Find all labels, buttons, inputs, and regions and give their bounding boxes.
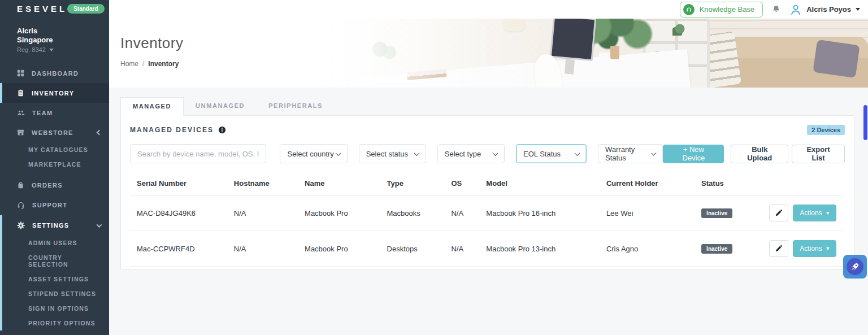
- clipboard-icon: [17, 89, 24, 97]
- store-icon: [17, 129, 24, 136]
- inventory-tabs: MANAGED UNMANAGED PERIPHERALS: [120, 97, 868, 115]
- sidebar-item-settings[interactable]: SETTINGS: [2, 215, 109, 236]
- device-count-badge: 2 Devices: [807, 125, 845, 135]
- search-input[interactable]: [130, 144, 266, 163]
- cell-hostname: N/A: [229, 195, 300, 231]
- pencil-icon: [775, 245, 783, 253]
- cell-type: Desktops: [383, 231, 447, 267]
- chevron-down-icon: [575, 150, 580, 156]
- cell-model: Macbook Pro 13-inch: [481, 231, 602, 267]
- sidebar: ESEVEL Standard Alcris Singapore Reg. 83…: [0, 0, 109, 335]
- warranty-status-dropdown[interactable]: Warranty Status: [598, 144, 663, 163]
- new-device-button[interactable]: + New Device: [663, 145, 724, 163]
- col-model: Model: [481, 171, 602, 195]
- tab-unmanaged[interactable]: UNMANAGED: [184, 97, 257, 115]
- sidebar-item-label: TEAM: [32, 110, 53, 116]
- col-os: OS: [446, 171, 481, 195]
- app-logo: ESEVEL: [17, 4, 67, 14]
- chevron-down-icon: [97, 222, 102, 228]
- select-country-dropdown[interactable]: Select country: [280, 144, 347, 163]
- cell-name: Macbook Pro: [300, 195, 382, 231]
- sidebar-item-country-selection[interactable]: COUNTRY SELECTION: [2, 250, 109, 272]
- col-type: Type: [383, 171, 447, 195]
- chevron-down-icon: [493, 150, 498, 156]
- chevron-down-icon: [826, 212, 830, 215]
- cell-serial: MAC-D84JG49K6: [130, 195, 229, 231]
- sidebar-item-asset-settings[interactable]: ASSET SETTINGS: [2, 272, 109, 286]
- actions-dropdown-button[interactable]: Actions: [793, 205, 836, 221]
- eol-status-dropdown[interactable]: EOL Status: [516, 144, 587, 163]
- table-row: MAC-D84JG49K6 N/A Macbook Pro Macbooks N…: [130, 195, 845, 231]
- sidebar-item-orders[interactable]: ORDERS: [0, 175, 109, 195]
- table-header-row: Serial Number Hostname Name Type OS Mode…: [130, 171, 845, 195]
- col-name: Name: [300, 171, 382, 195]
- avatar: [789, 3, 802, 16]
- sidebar-item-inventory[interactable]: INVENTORY: [0, 83, 109, 103]
- sidebar-item-label: SETTINGS: [32, 222, 69, 229]
- user-menu[interactable]: Alcris Poyos: [789, 3, 860, 16]
- sidebar-item-support[interactable]: SUPPORT: [0, 195, 109, 215]
- col-actions: [765, 171, 845, 195]
- sidebar-item-marketplace[interactable]: MARKETPLACE: [0, 157, 109, 172]
- dashboard-grid-icon: [17, 69, 24, 77]
- actions-dropdown-button[interactable]: Actions: [793, 240, 836, 257]
- info-icon[interactable]: [218, 126, 226, 134]
- sidebar-item-admin-users[interactable]: ADMIN USERS: [2, 236, 109, 250]
- tab-peripherals[interactable]: PERIPHERALS: [257, 97, 335, 115]
- sidebar-item-priority-options[interactable]: PRIORITY OPTIONS: [2, 316, 109, 330]
- col-current-holder: Current Holder: [602, 171, 697, 195]
- org-location: Singapore: [17, 36, 102, 45]
- sidebar-item-label: DASHBOARD: [32, 70, 79, 77]
- export-list-button[interactable]: Export List: [792, 145, 845, 163]
- breadcrumb-home-link[interactable]: Home: [120, 60, 138, 68]
- chevron-down-icon: [49, 49, 54, 51]
- breadcrumb: Home / Inventory: [120, 60, 183, 68]
- chat-launcher-button[interactable]: [843, 255, 867, 279]
- sidebar-item-label: INVENTORY: [32, 90, 74, 97]
- edit-device-button[interactable]: [769, 205, 788, 221]
- sidebar-item-label: ORDERS: [32, 182, 63, 189]
- knowledge-base-button[interactable]: Knowledge Base: [680, 2, 763, 18]
- sidebar-item-team[interactable]: TEAM: [0, 103, 109, 123]
- cell-serial: Mac-CCPWRF4D: [130, 231, 229, 267]
- knowledge-base-label: Knowledge Base: [700, 5, 755, 14]
- sidebar-item-my-catalogues[interactable]: MY CATALOGUES: [0, 142, 109, 157]
- shopping-bag-icon: [17, 181, 24, 189]
- sidebar-item-webstore[interactable]: WEBSTORE: [0, 123, 109, 142]
- notifications-bell-button[interactable]: [772, 5, 780, 14]
- plan-badge: Standard: [67, 4, 104, 14]
- status-badge: Inactive: [701, 208, 732, 218]
- org-registration-dropdown[interactable]: Reg. 8342: [17, 46, 102, 53]
- sidebar-item-sign-in-options[interactable]: SIGN IN OPTIONS: [2, 301, 109, 316]
- org-name: Alcris: [17, 27, 102, 36]
- knowledge-base-icon: [683, 4, 695, 15]
- breadcrumb-current: Inventory: [148, 60, 179, 68]
- team-icon: [17, 109, 25, 116]
- chevron-down-icon: [335, 150, 341, 156]
- cell-type: Macbooks: [383, 195, 447, 231]
- bell-icon: [772, 5, 780, 14]
- col-hostname: Hostname: [229, 171, 300, 195]
- tab-managed[interactable]: MANAGED: [120, 97, 184, 116]
- sidebar-item-stipend-settings[interactable]: STIPEND SETTINGS: [2, 286, 109, 301]
- edit-device-button[interactable]: [769, 240, 788, 257]
- cell-model: Macbook Pro 16-inch: [481, 195, 602, 231]
- office-photo: [316, 19, 868, 88]
- chevron-down-icon: [826, 247, 830, 250]
- cell-holder: Lee Wei: [602, 195, 697, 231]
- bulk-upload-button[interactable]: Bulk Upload: [731, 145, 788, 163]
- table-row: Mac-CCPWRF4D N/A Macbook Pro Desktops N/…: [130, 231, 845, 267]
- chevron-down-icon: [414, 150, 419, 156]
- chevron-down-icon: [856, 8, 860, 11]
- scrollbar-thumb[interactable]: [863, 105, 867, 140]
- select-type-dropdown[interactable]: Select type: [437, 144, 505, 163]
- topbar: Knowledge Base Alcris Poyos: [109, 0, 868, 19]
- gear-icon: [17, 221, 25, 229]
- sidebar-item-dashboard[interactable]: DASHBOARD: [0, 63, 109, 83]
- breadcrumb-separator: /: [142, 60, 144, 68]
- cell-hostname: N/A: [229, 231, 300, 267]
- org-registration-label: Reg. 8342: [17, 46, 46, 53]
- devices-table: Serial Number Hostname Name Type OS Mode…: [130, 171, 845, 267]
- warranty-status-value: Warranty Status: [605, 145, 652, 162]
- select-status-dropdown[interactable]: Select status: [359, 144, 426, 163]
